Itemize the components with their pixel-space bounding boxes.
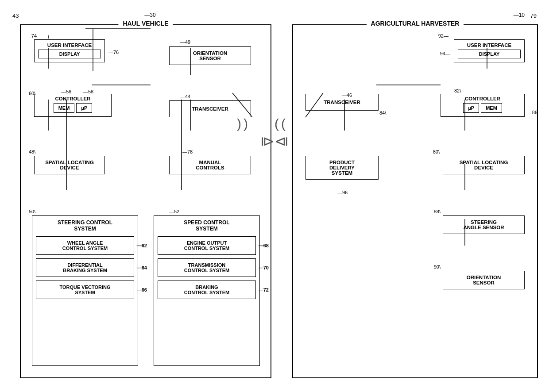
diagram-page: 43 79 HAUL VEHICLE —30 ⌐74 USER INTERFAC… xyxy=(0,0,549,392)
transmission-block: TRANSMISSIONCONTROL SYSTEM —70 xyxy=(158,258,256,277)
ag-ref-86: —86 xyxy=(527,110,537,115)
haul-vehicle-ref: —30 xyxy=(144,12,155,18)
speed-system-ref: —52 xyxy=(169,209,179,214)
engine-output-block: ENGINE OUTPUTCONTROL SYSTEM —68 xyxy=(158,236,256,255)
corner-label-right: 79 xyxy=(530,12,537,19)
speed-system-title: SPEED CONTROLSYSTEM xyxy=(158,219,256,232)
ag-mem-block: MEM xyxy=(481,103,502,113)
steering-system-box: STEERING CONTROLSYSTEM WHEEL ANGLECONTRO… xyxy=(32,215,138,366)
steering-system-title: STEERING CONTROLSYSTEM xyxy=(36,219,134,232)
ag-ref-92: 92— xyxy=(438,33,448,38)
speed-system-box: SPEED CONTROLSYSTEM ENGINE OUTPUTCONTROL… xyxy=(154,215,260,366)
ref-58: —58 xyxy=(83,89,93,94)
haul-vehicle-box: HAUL VEHICLE —30 ⌐74 USER INTERFACE DISP… xyxy=(20,24,271,378)
controller-subs-hv: MEM μP xyxy=(37,103,108,113)
transceiver-ref-hv: —44 xyxy=(180,94,190,99)
ag-ref-84: 84\ xyxy=(379,110,386,115)
ag-ref-94: 94— xyxy=(440,51,450,56)
transceiver-block-hv: TRANSCEIVER xyxy=(169,100,251,117)
up-block-hv: μP xyxy=(76,103,92,113)
ag-steering-angle-ref: 88\ xyxy=(434,209,441,214)
ag-ref-82: 82\ xyxy=(454,88,461,93)
ag-title: AGRICULTURAL HARVESTER xyxy=(367,20,464,27)
steering-system-ref: 50\ xyxy=(29,209,35,214)
ag-product-ref: —96 xyxy=(337,190,348,195)
haul-controller-block: —56 —58 CONTROLLER MEM μP xyxy=(34,94,112,117)
ref-76: —76 xyxy=(108,50,119,55)
ag-orientation-block: ORIENTATIONSENSOR xyxy=(443,271,525,289)
orientation-sensor-ref-hv: —49 xyxy=(180,39,190,45)
ag-display-label: DISPLAY xyxy=(458,50,521,58)
ag-transceiver-ref: —46 xyxy=(342,92,352,98)
ag-up-block: μP xyxy=(463,103,479,113)
wheel-angle-block: WHEEL ANGLECONTROL SYSTEM —62 xyxy=(36,236,134,255)
ag-spatial-ref: 80\ xyxy=(433,149,440,154)
ag-controller-block: 82\ CONTROLLER μP MEM —86 xyxy=(441,94,525,117)
ag-controller-subs: μP MEM xyxy=(444,103,522,113)
ag-orientation-ref: 90\ xyxy=(434,264,441,269)
controller-label-hv: CONTROLLER xyxy=(37,96,108,101)
haul-ui-block: USER INTERFACE DISPLAY xyxy=(34,39,105,62)
wireless-signals: ⧐⧏ xyxy=(257,133,292,150)
manual-block-hv: MANUALCONTROLS xyxy=(169,156,251,174)
haul-display-label: DISPLAY xyxy=(38,50,101,58)
svg-text:(: ( xyxy=(281,116,286,131)
ag-harvester-box: AGRICULTURAL HARVESTER —10 92— USER INTE… xyxy=(292,24,538,378)
corner-label-left: 43 xyxy=(12,12,19,19)
spatial-block-hv: SPATIAL LOCATINGDEVICE xyxy=(34,156,105,174)
torque-vectoring-block: TORQUE VECTORINGSYSTEM —66 xyxy=(36,281,134,299)
ag-ui-block: USER INTERFACE DISPLAY xyxy=(454,39,525,62)
spatial-ref-hv: 48\ xyxy=(29,149,35,154)
ag-steering-angle-block: STEERINGANGLE SENSOR xyxy=(443,215,525,234)
manual-ref-hv: —78 xyxy=(182,149,193,154)
orientation-sensor-block-hv: ORIENTATIONSENSOR xyxy=(169,46,251,65)
braking-control-block: BRAKINGCONTROL SYSTEM —72 xyxy=(158,281,256,299)
ref-74: ⌐74 xyxy=(29,33,37,38)
ag-controller-label: CONTROLLER xyxy=(444,96,522,101)
mem-block-hv: MEM xyxy=(54,103,75,113)
ag-ref-10: —10 xyxy=(514,12,525,18)
ref-56: —56 xyxy=(61,89,71,94)
ag-ui-label: USER INTERFACE xyxy=(458,42,521,48)
product-delivery-block: PRODUCTDELIVERYSYSTEM xyxy=(305,156,379,180)
ag-spatial-block: SPATIAL LOCATINGDEVICE xyxy=(443,156,525,174)
haul-ui-label: USER INTERFACE xyxy=(38,42,101,48)
haul-vehicle-title: HAUL VEHICLE xyxy=(118,20,173,27)
svg-text:(: ( xyxy=(274,116,279,131)
differential-braking-block: DIFFERENTIALBRAKING SYSTEM —64 xyxy=(36,258,134,277)
